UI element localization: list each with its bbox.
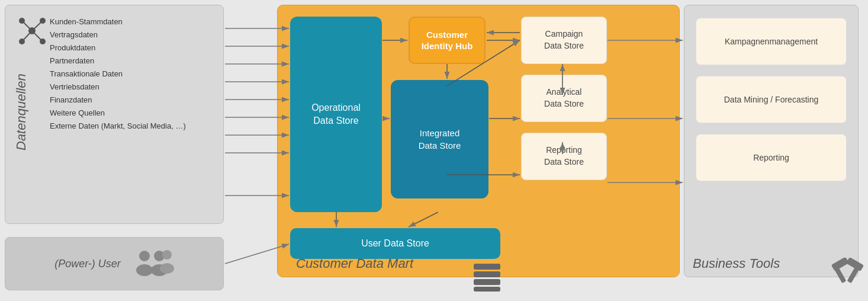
kampagnenmanagement-box: Kampagnenmanagement xyxy=(696,18,847,65)
analytical-data-store: AnalyticalData Store xyxy=(521,75,607,122)
user-data-store: User Data Store xyxy=(290,228,500,259)
svg-rect-17 xyxy=(474,279,500,285)
svg-point-10 xyxy=(136,264,153,276)
svg-point-14 xyxy=(160,263,174,274)
business-tools-label: Business Tools xyxy=(693,256,780,271)
power-user-label: (Power-) User xyxy=(54,258,121,270)
user-data-store-label: User Data Store xyxy=(361,238,429,249)
customer-data-mart-label: Customer Data Mart xyxy=(296,256,413,271)
svg-rect-20 xyxy=(834,267,847,283)
list-item: Externe Daten (Markt, Social Media, …) xyxy=(50,120,186,132)
svg-rect-15 xyxy=(474,264,500,270)
svg-rect-16 xyxy=(474,271,500,277)
hammer-icon xyxy=(829,258,864,293)
list-item: Partnerdaten xyxy=(50,55,186,66)
data-items: Kunden-Stammdaten Vertragsdaten Produktd… xyxy=(50,16,186,132)
svg-line-6 xyxy=(32,21,43,31)
list-item: Finanzdaten xyxy=(50,94,186,105)
diagram-container: Datenquellen Kunden-Stammdaten Vertragsd… xyxy=(0,0,868,301)
svg-point-13 xyxy=(162,250,172,260)
svg-line-5 xyxy=(22,21,32,31)
list-item: Produktdaten xyxy=(50,42,186,53)
power-user-panel: (Power-) User xyxy=(5,237,224,290)
svg-rect-22 xyxy=(847,267,860,283)
list-item: Vertragsdaten xyxy=(50,29,186,40)
svg-line-8 xyxy=(32,31,43,41)
list-item: Vertriebsdaten xyxy=(50,81,186,92)
people-icon xyxy=(133,249,174,278)
list-item: Weitere Quellen xyxy=(50,107,186,119)
datenquellen-panel: Datenquellen Kunden-Stammdaten Vertragsd… xyxy=(5,5,224,224)
customer-identity-hub: CustomerIdentity Hub xyxy=(409,17,486,64)
reporting-data-store: ReportingData Store xyxy=(521,133,607,180)
list-item: Kunden-Stammdaten xyxy=(50,16,186,27)
operational-data-store: OperationalData Store xyxy=(290,17,382,212)
svg-rect-18 xyxy=(474,287,500,292)
campaign-data-store: CampaignData Store xyxy=(521,17,607,64)
datenquellen-label: Datenquellen xyxy=(14,35,29,189)
list-item: Transaktionale Daten xyxy=(50,68,186,79)
svg-point-9 xyxy=(139,251,150,261)
reporting-box: Reporting xyxy=(696,134,847,181)
data-mining-box: Data Mining / Forecasting xyxy=(696,76,847,123)
business-tool-boxes: Kampagnenmanagement Data Mining / Foreca… xyxy=(696,18,847,181)
svg-rect-19 xyxy=(831,258,849,271)
integrated-data-store: IntegratedData Store xyxy=(391,80,488,198)
right-stores: CampaignData Store AnalyticalData Store … xyxy=(521,17,613,180)
database-icon xyxy=(471,261,503,296)
